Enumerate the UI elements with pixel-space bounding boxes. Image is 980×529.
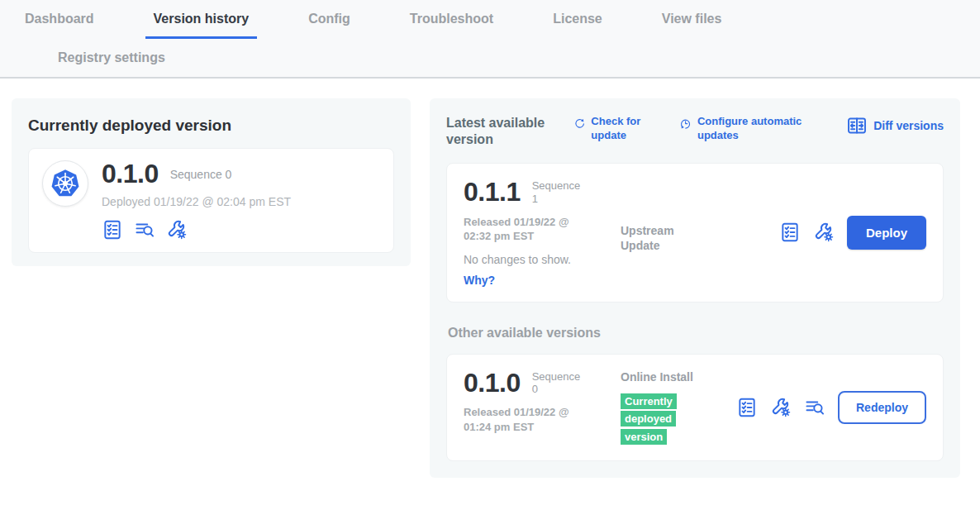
diff-versions-link[interactable]: Diff versions [846, 115, 944, 136]
other-version-source: Online Install [621, 369, 703, 384]
latest-version-card: 0.1.1 Sequence 1 Released 01/19/22 @ 02:… [446, 163, 944, 303]
tab-license[interactable]: License [545, 12, 611, 39]
currently-deployed-panel: Currently deployed version [12, 98, 411, 266]
check-update-icon [573, 115, 585, 132]
deployed-sequence-label: Sequence 0 [170, 168, 232, 181]
other-sequence-label: Sequence 0 [532, 370, 583, 396]
tab-troubleshoot[interactable]: Troubleshoot [402, 12, 502, 39]
other-released-timestamp: Released 01/19/22 @ 01:24 pm EST [464, 405, 581, 434]
available-versions-panel: Latest available version Check for updat… [430, 98, 960, 478]
tab-config[interactable]: Config [300, 12, 359, 39]
latest-released-timestamp: Released 01/19/22 @ 02:32 pm EST [464, 215, 581, 244]
why-link[interactable]: Why? [464, 274, 621, 287]
configure-auto-updates-label: Configure automatic updates [697, 115, 803, 143]
latest-sequence-label: Sequence 1 [532, 179, 583, 205]
nav-row-secondary: Registry settings [17, 39, 980, 77]
other-version-card: 0.1.0 Sequence 0 Released 01/19/22 @ 01:… [446, 354, 944, 462]
edit-config-icon[interactable] [770, 397, 792, 418]
currently-deployed-badge: Currently deployed version [621, 393, 677, 445]
deploy-logs-icon[interactable] [134, 219, 155, 241]
deployed-version-details: 0.1.0 Sequence 0 Deployed 01/19/22 @ 02:… [102, 160, 291, 241]
diff-versions-icon [846, 115, 868, 136]
tab-view-files[interactable]: View files [654, 12, 730, 39]
other-version-actions: Redeploy [736, 391, 926, 424]
edit-config-icon[interactable] [166, 219, 188, 241]
redeploy-button[interactable]: Redeploy [838, 391, 926, 424]
tab-registry-settings[interactable]: Registry settings [50, 50, 174, 67]
diff-versions-label: Diff versions [873, 118, 944, 133]
currently-deployed-badge-wrap: Currently deployed version [621, 393, 677, 446]
latest-version-header: Latest available version Check for updat… [446, 115, 944, 148]
configure-auto-updates-link[interactable]: Configure automatic updates [679, 115, 803, 143]
edit-config-icon[interactable] [813, 222, 835, 243]
preflight-checks-icon[interactable] [736, 397, 758, 418]
top-navigation: Dashboard Version history Config Trouble… [0, 0, 980, 79]
tab-version-history[interactable]: Version history [145, 12, 258, 39]
version-history-page: Currently deployed version [0, 79, 980, 478]
latest-version-number: 0.1.1 [464, 179, 521, 207]
other-version-source-col: Online Install Currently deployed versio… [621, 369, 703, 446]
other-versions-title: Other available versions [448, 326, 944, 341]
other-version-info: 0.1.0 Sequence 0 Released 01/19/22 @ 01:… [464, 369, 621, 435]
kubernetes-icon [49, 167, 82, 200]
other-version-number: 0.1.0 [464, 369, 521, 398]
latest-version-info: 0.1.1 Sequence 1 Released 01/19/22 @ 02:… [464, 179, 621, 287]
preflight-checks-icon[interactable] [779, 222, 801, 243]
deployed-version-number: 0.1.0 [102, 160, 159, 188]
preflight-checks-icon[interactable] [102, 219, 123, 241]
latest-version-title: Latest available version [446, 115, 552, 148]
currently-deployed-title: Currently deployed version [28, 117, 394, 135]
tab-dashboard[interactable]: Dashboard [17, 12, 102, 39]
latest-version-source: Upstream Update [621, 179, 703, 253]
deployed-timestamp: Deployed 01/19/22 @ 02:04 pm EST [102, 195, 291, 208]
check-for-update-label: Check for update [591, 115, 651, 143]
app-logo [42, 160, 88, 207]
auto-update-icon [679, 115, 692, 132]
check-for-update-link[interactable]: Check for update [573, 115, 651, 143]
latest-version-actions: Deploy [779, 216, 926, 250]
no-changes-note: No changes to show. [464, 253, 621, 266]
currently-deployed-card: 0.1.0 Sequence 0 Deployed 01/19/22 @ 02:… [28, 148, 394, 253]
deploy-logs-icon[interactable] [804, 397, 825, 418]
deploy-button[interactable]: Deploy [847, 216, 926, 250]
nav-row-primary: Dashboard Version history Config Trouble… [17, 12, 980, 39]
